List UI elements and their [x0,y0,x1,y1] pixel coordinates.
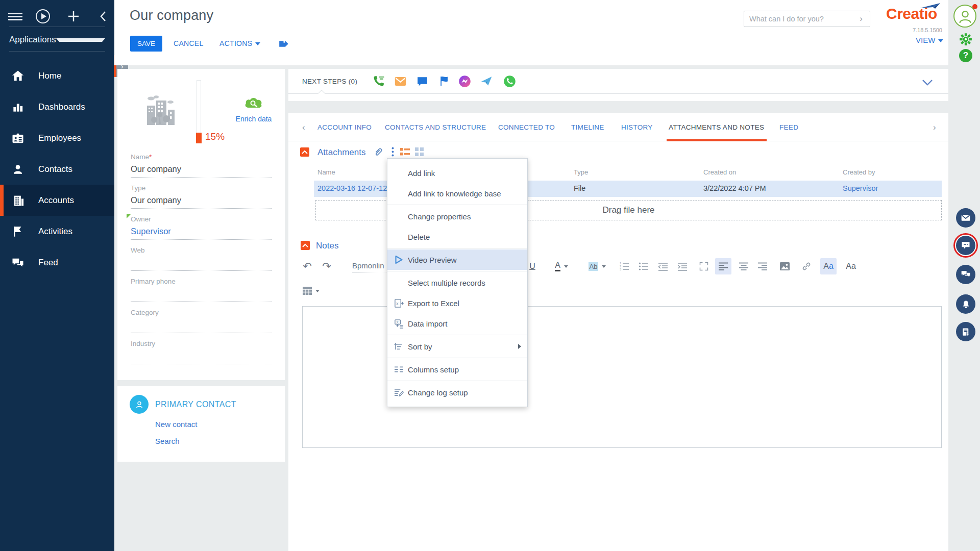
field-web[interactable]: Web [131,246,272,271]
fullscreen-icon[interactable] [696,258,712,274]
menu-item-data-import[interactable]: X Data import [387,313,527,334]
applications-dropdown[interactable]: Applications [0,29,114,51]
column-header-name[interactable]: Name [317,168,335,176]
tab-contacts-structure[interactable]: CONTACTS AND STRUCTURE [385,123,486,131]
enrich-data-button[interactable]: Enrich data [231,95,277,123]
whatsapp-icon[interactable] [502,73,517,89]
field-primary-phone[interactable]: Primary phone [131,278,272,302]
view-dropdown[interactable]: VIEW [916,36,943,44]
collapse-sidebar-icon[interactable] [94,7,112,26]
call-icon[interactable] [371,73,386,89]
attachments-kebab-menu-icon[interactable] [389,147,396,159]
menu-item-change-log-setup[interactable]: Change log setup [387,382,527,403]
font-color-icon[interactable]: A [550,258,573,274]
menu-item-select-multiple-records[interactable]: Select multiple records [387,272,527,293]
tab-feed[interactable]: FEED [779,123,798,131]
task-flag-icon[interactable] [436,73,452,89]
sidebar-item-activities[interactable]: Activities [0,216,114,247]
completeness-percent: 15% [205,131,225,142]
notifications-bell-icon[interactable] [956,294,975,314]
attachment-created-by-link[interactable]: Supervisor [843,184,878,192]
field-name[interactable]: Name* Our company [131,153,272,178]
list-view-icon[interactable] [400,147,410,159]
attachments-context-menu: Add link Add link to knowledge base Chan… [387,158,528,407]
redo-icon[interactable]: ↷ [318,258,335,274]
menu-item-add-link[interactable]: Add link [387,163,527,183]
email-rail-icon[interactable] [956,208,975,228]
tab-timeline[interactable]: TIMELINE [571,123,604,131]
column-header-type[interactable]: Type [574,168,588,176]
tab-connected-to[interactable]: CONNECTED TO [498,123,555,131]
sidebar-item-home[interactable]: Home [0,60,114,91]
menu-item-change-properties[interactable]: Change properties [387,206,527,227]
attachment-name-link[interactable]: 2022-03-16 12-07-12... [317,184,393,192]
actions-dropdown[interactable]: ACTIONS [219,39,260,47]
tabs-scroll-left-icon[interactable]: ‹ [302,122,305,133]
add-record-icon[interactable] [64,7,83,26]
menu-item-add-link-to-knowledge-base[interactable]: Add link to knowledge base [387,183,527,204]
tab-attachments-notes[interactable]: ATTACHMENTS AND NOTES [669,123,764,131]
numbered-list-icon[interactable]: 123 [616,258,632,274]
new-contact-link[interactable]: New contact [155,420,198,429]
hamburger-menu-icon[interactable] [6,7,24,26]
sms-icon[interactable] [414,73,430,89]
notes-section-title[interactable]: Notes [316,241,338,251]
attachments-section-title[interactable]: Attachments [317,147,366,158]
menu-item-delete[interactable]: Delete [387,227,527,247]
telegram-icon[interactable] [479,73,494,89]
font-color-label: A [555,261,560,271]
collapse-notes-icon[interactable] [301,241,310,250]
run-process-icon[interactable] [34,7,52,26]
search-submit-icon[interactable]: › [852,14,870,24]
highlight-color-icon[interactable]: Ab [585,258,609,274]
sidebar-item-employees[interactable]: Employees [0,122,114,154]
insert-table-icon[interactable] [299,283,323,299]
attach-file-icon[interactable] [373,146,383,159]
change-case-active-icon[interactable]: Aa [820,258,837,274]
messenger-icon[interactable] [457,73,472,89]
align-left-icon[interactable] [715,258,731,274]
menu-item-export-to-excel[interactable]: x Export to Excel [387,293,527,313]
align-center-icon[interactable] [736,258,752,274]
insert-image-icon[interactable] [776,258,793,274]
save-button[interactable]: SAVE [130,36,162,52]
menu-item-columns-setup[interactable]: Columns setup [387,359,527,380]
menu-item-sort-by[interactable]: Sort by [387,336,527,357]
field-value-link[interactable]: Supervisor [131,227,272,238]
sidebar-item-dashboards[interactable]: Dashboards [0,91,114,122]
sidebar-item-accounts[interactable]: Accounts [0,185,114,216]
tab-history[interactable]: HISTORY [621,123,653,131]
feed-rail-icon[interactable] [956,265,975,284]
tab-account-info[interactable]: ACCOUNT INFO [317,123,372,131]
undo-icon[interactable]: ↶ [299,258,315,274]
settings-gear-icon[interactable] [958,32,973,49]
contact-search-link[interactable]: Search [155,437,180,445]
field-industry[interactable]: Industry [131,340,272,364]
increase-indent-icon[interactable] [674,258,691,274]
field-category[interactable]: Category [131,309,272,333]
collapse-attachments-icon[interactable] [300,147,309,157]
sidebar-item-contacts[interactable]: Contacts [0,154,114,185]
tag-icon[interactable] [277,38,288,52]
insert-link-icon[interactable] [798,258,815,274]
email-icon[interactable] [393,73,408,89]
search-input[interactable] [744,15,852,23]
sidebar-item-feed[interactable]: Feed [0,247,114,278]
field-type[interactable]: Type Our company [131,184,272,209]
column-header-created-on[interactable]: Created on [703,168,736,176]
tile-view-icon[interactable] [414,147,424,159]
menu-item-video-preview[interactable]: Video Preview [387,249,527,270]
help-icon[interactable]: ? [959,49,972,62]
align-right-icon[interactable] [754,258,771,274]
field-owner[interactable]: Owner Supervisor [131,215,272,240]
decrease-indent-icon[interactable] [655,258,671,274]
change-case-icon[interactable]: Aa [843,258,859,274]
cancel-button[interactable]: CANCEL [174,39,204,47]
process-tasks-icon[interactable] [956,322,975,341]
chat-rail-icon[interactable] [956,236,975,255]
tabs-scroll-right-icon[interactable]: › [933,122,936,133]
column-header-created-by[interactable]: Created by [843,168,875,176]
collapse-next-steps-icon[interactable] [921,79,934,88]
bullet-list-icon[interactable] [635,258,652,274]
company-photo-placeholder[interactable] [144,94,178,129]
